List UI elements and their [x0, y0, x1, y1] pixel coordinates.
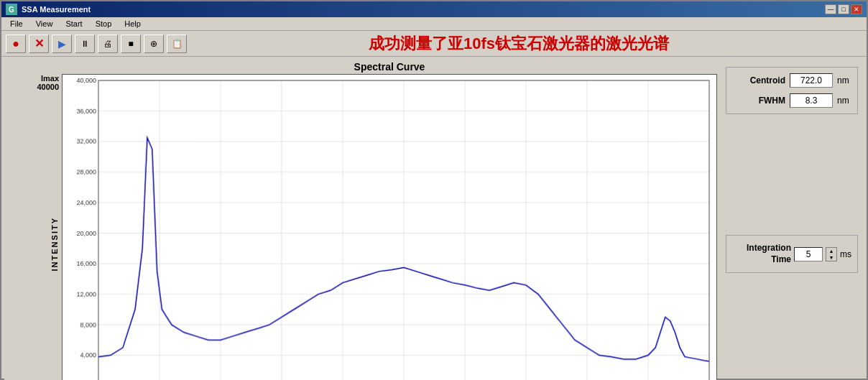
measurement-group: Centroid nm FWHM nm — [726, 67, 858, 114]
menu-help[interactable]: Help — [119, 19, 147, 29]
integration-row: IntegrationTime ▲ ▼ ms — [732, 243, 851, 265]
app-icon: G — [6, 4, 17, 15]
integration-unit: ms — [840, 249, 851, 259]
toolbar-clipboard[interactable]: 📋 — [167, 34, 187, 53]
centroid-input[interactable] — [790, 73, 833, 88]
integration-spin[interactable]: ▲ ▼ — [826, 247, 837, 261]
imax-label: Imax — [41, 74, 59, 83]
main-content: Spectral Curve Imax 40000 INTENSITY Imin — [1, 57, 867, 380]
menu-stop[interactable]: Stop — [90, 19, 118, 29]
toolbar-record[interactable]: ● — [6, 34, 26, 53]
toolbar-stop-red[interactable]: ✕ — [29, 34, 49, 53]
integration-label: IntegrationTime — [747, 243, 791, 265]
centroid-label: Centroid — [750, 75, 785, 85]
maximize-button[interactable]: □ — [838, 4, 849, 14]
fwhm-input[interactable] — [790, 93, 833, 108]
centroid-row: Centroid nm — [732, 73, 851, 88]
spectral-canvas — [62, 74, 717, 380]
chart-container: Imax 40000 INTENSITY Imin — [4, 74, 717, 380]
integration-group: IntegrationTime ▲ ▼ ms — [726, 235, 858, 273]
title-bar: G SSA Measurement — □ ✕ — [1, 1, 867, 17]
title-bar-left: G SSA Measurement — [6, 4, 91, 15]
menu-bar: File View Start Stop Help — [1, 17, 867, 31]
plot-wrapper — [62, 74, 717, 380]
chart-area: Spectral Curve Imax 40000 INTENSITY Imin — [4, 60, 717, 380]
menu-view[interactable]: View — [30, 19, 59, 29]
window-title: SSA Measurement — [22, 5, 91, 14]
integration-down[interactable]: ▼ — [826, 254, 836, 261]
toolbar-stop-square[interactable]: ■ — [121, 34, 141, 53]
y-axis-area: Imax 40000 INTENSITY Imin — [4, 74, 62, 380]
minimize-button[interactable]: — — [825, 4, 836, 14]
toolbar-cursor[interactable]: ⊕ — [144, 34, 164, 53]
main-window: G SSA Measurement — □ ✕ File View Start … — [0, 0, 868, 380]
menu-file[interactable]: File — [4, 19, 29, 29]
right-panel: Centroid nm FWHM nm IntegrationTime ▲ — [720, 60, 864, 380]
menu-start[interactable]: Start — [60, 19, 88, 29]
fwhm-unit: nm — [837, 96, 851, 106]
fwhm-row: FWHM nm — [732, 93, 851, 108]
imax-value: 40000 — [37, 83, 59, 91]
close-button[interactable]: ✕ — [851, 4, 862, 14]
toolbar-print[interactable]: 🖨 — [98, 34, 118, 53]
toolbar-pause[interactable]: ⏸ — [75, 34, 95, 53]
integration-input[interactable] — [794, 247, 823, 261]
integration-up[interactable]: ▲ — [826, 248, 836, 254]
toolbar-play[interactable]: ▶ — [52, 34, 72, 53]
intensity-label: INTENSITY — [50, 217, 59, 271]
centroid-unit: nm — [837, 75, 851, 85]
chart-title: Spectral Curve — [62, 60, 717, 74]
toolbar: ● ✕ ▶ ⏸ 🖨 ■ ⊕ 📋 成功测量了亚10fs钛宝石激光器的激光光谱 — [1, 31, 867, 57]
title-controls: — □ ✕ — [825, 4, 862, 14]
fwhm-label: FWHM — [759, 96, 785, 106]
toolbar-title: 成功测量了亚10fs钛宝石激光器的激光光谱 — [190, 33, 862, 55]
